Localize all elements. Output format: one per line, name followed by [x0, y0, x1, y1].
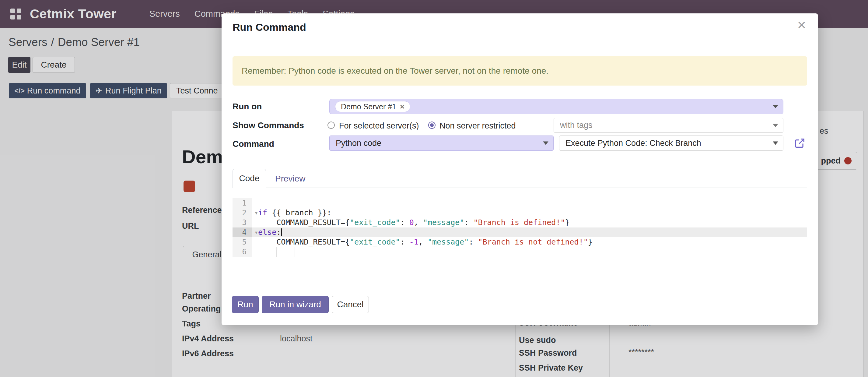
- code-token: {{ branch }}:: [267, 208, 332, 218]
- remove-tag-icon[interactable]: ×: [400, 103, 404, 111]
- command-type-value: Python code: [336, 139, 381, 148]
- code-token: :: [469, 237, 478, 247]
- run-button[interactable]: Run: [232, 296, 259, 313]
- indent-guide: [294, 247, 295, 257]
- code-token: :: [276, 228, 281, 237]
- line-number: 5: [232, 237, 252, 247]
- modal-title: Run Command: [232, 21, 306, 33]
- code-token: if: [258, 208, 267, 218]
- code-token: ,: [414, 218, 423, 228]
- command-name-value: Execute Python Code: Check Branch: [565, 139, 701, 148]
- code-token: "exit_code": [350, 237, 400, 247]
- chevron-down-icon[interactable]: [773, 124, 778, 127]
- command-type-select[interactable]: Python code: [329, 136, 554, 151]
- editor-line[interactable]: 6: [232, 247, 807, 257]
- code-editor-lines: 12▾if {{ branch }}:3 COMMAND_RESULT={"ex…: [232, 198, 807, 257]
- code-token: else: [258, 228, 276, 237]
- line-number: 6: [232, 247, 252, 257]
- code-token: "message": [423, 218, 464, 228]
- indent-guide: [276, 247, 277, 257]
- command-name-select[interactable]: Execute Python Code: Check Branch: [559, 136, 783, 151]
- editor-line[interactable]: 5 COMMAND_RESULT={"exit_code": -1, "mess…: [232, 237, 807, 247]
- run-in-wizard-button[interactable]: Run in wizard: [262, 296, 329, 313]
- line-number: 2▾: [232, 208, 252, 218]
- code-token: }: [565, 218, 570, 228]
- server-tag-pill: Demo Server #1 ×: [335, 101, 410, 112]
- line-number: 4▾: [232, 228, 252, 237]
- tab-preview[interactable]: Preview: [275, 174, 306, 184]
- server-tag-label: Demo Server #1: [341, 102, 396, 111]
- code-token: ,: [418, 237, 428, 247]
- cancel-button[interactable]: Cancel: [332, 296, 369, 313]
- alert-text: Remember: Python code is executed on the…: [242, 66, 549, 76]
- run-on-select[interactable]: Demo Server #1 ×: [329, 99, 783, 114]
- code-token: 0: [409, 218, 414, 228]
- code-token: COMMAND_RESULT={: [258, 237, 350, 247]
- chevron-down-icon[interactable]: [773, 142, 778, 145]
- code-token: :: [400, 237, 409, 247]
- python-warning-alert: Remember: Python code is executed on the…: [232, 56, 807, 86]
- code-token: COMMAND_RESULT={: [258, 218, 350, 228]
- radio-non-server-restricted-label[interactable]: Non server restricted: [439, 121, 516, 130]
- line-number: 1: [232, 198, 252, 208]
- chevron-down-icon[interactable]: [773, 105, 778, 108]
- code-token: "Branch is defined!": [473, 218, 565, 228]
- tab-code[interactable]: Code: [232, 169, 266, 188]
- code-token: :: [464, 218, 473, 228]
- with-tags-select[interactable]: with tags: [554, 118, 783, 133]
- code-token: "Branch is not defined!": [478, 237, 588, 247]
- run-on-label: Run on: [232, 102, 262, 112]
- with-tags-placeholder: with tags: [560, 121, 593, 130]
- code-token: "exit_code": [350, 218, 400, 228]
- code-token: "message": [428, 237, 469, 247]
- text-cursor: [281, 228, 282, 236]
- radio-for-selected-servers[interactable]: [328, 121, 335, 129]
- editor-line[interactable]: 3 COMMAND_RESULT={"exit_code": 0, "messa…: [232, 218, 807, 228]
- fold-icon[interactable]: ▾: [255, 230, 257, 235]
- code-token: -1: [409, 237, 418, 247]
- divider: [232, 187, 807, 188]
- run-command-modal: Run Command × Remember: Python code is e…: [222, 13, 818, 325]
- code-token: :: [400, 218, 409, 228]
- editor-line[interactable]: 4▾else:: [232, 228, 807, 237]
- code-editor[interactable]: 12▾if {{ branch }}:3 COMMAND_RESULT={"ex…: [232, 198, 807, 257]
- show-commands-label: Show Commands: [232, 121, 304, 130]
- close-icon[interactable]: ×: [797, 18, 806, 32]
- editor-line[interactable]: 2▾if {{ branch }}:: [232, 208, 807, 218]
- chevron-down-icon[interactable]: [543, 142, 549, 145]
- line-number: 3: [232, 218, 252, 228]
- external-link-icon[interactable]: [794, 137, 805, 149]
- editor-line[interactable]: 1: [232, 198, 807, 208]
- fold-icon[interactable]: ▾: [255, 210, 257, 216]
- command-label: Command: [232, 139, 274, 149]
- radio-non-server-restricted[interactable]: [428, 121, 436, 129]
- radio-for-selected-servers-label[interactable]: For selected server(s): [339, 121, 419, 130]
- code-token: }: [588, 237, 593, 247]
